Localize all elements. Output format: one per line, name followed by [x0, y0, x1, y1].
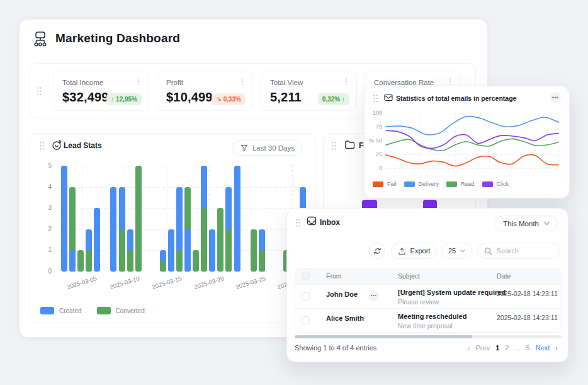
column-header-from: From	[326, 272, 342, 280]
x-axis-tick-label: 2025-03-05	[58, 272, 106, 293]
y-axis-unit-label: %	[369, 137, 374, 144]
select-all-checkbox[interactable]	[302, 272, 310, 280]
table-row[interactable]: John Doe•••[Urgent] System update requir…	[295, 284, 561, 308]
legend-swatch	[97, 307, 111, 314]
y-axis-tick-label: 75	[367, 124, 382, 130]
drag-handle-icon[interactable]	[295, 218, 301, 227]
legend-swatch	[40, 307, 54, 314]
table-row[interactable]: Alice SmithMeeting rescheduledNew time p…	[295, 308, 561, 332]
stat-card-total-income: Total Income⋮$32,499↑ 12,95%	[53, 71, 149, 111]
row-checkbox[interactable]	[302, 316, 310, 325]
stat-card-total-view: Total View⋮5,2110,32% ↑	[261, 71, 357, 111]
bar-converted	[86, 250, 92, 272]
search-input[interactable]	[497, 247, 555, 255]
legend-item-created: Created	[40, 307, 82, 314]
drag-handle-icon[interactable]	[37, 86, 42, 96]
stat-card-profit: Profit⋮$10,499↘ 0,33%	[157, 71, 253, 111]
sitemap-icon	[31, 30, 50, 49]
pagination-item-next[interactable]: Next	[536, 344, 550, 352]
bar-converted	[217, 208, 223, 272]
legend-item-delivery: Delivery	[404, 181, 439, 187]
refresh-button[interactable]	[369, 243, 385, 259]
bar-created	[61, 166, 67, 272]
folder-icon	[344, 140, 355, 149]
search-box[interactable]	[477, 243, 560, 259]
legend-item-read: Read	[446, 181, 475, 187]
stat-card-trend-badge: 0,32% ↑	[318, 93, 349, 105]
column-header-date: Date	[497, 272, 511, 280]
search-icon	[484, 247, 492, 255]
period-select-label: This Month	[503, 220, 539, 227]
row-subject-title: [Urgent] System update required	[398, 289, 506, 296]
row-checkbox[interactable]	[302, 292, 310, 301]
bar-created	[94, 208, 100, 272]
legend-label: Click	[497, 181, 509, 187]
kebab-menu-icon[interactable]: ⋮	[135, 78, 142, 85]
refresh-icon	[373, 247, 382, 255]
stat-card-value: 5,211	[270, 90, 302, 105]
pagination-item-[interactable]: ‹	[468, 344, 470, 352]
inbox-title: Inbox	[320, 218, 340, 227]
email-stats-card: Statistics of total emails in percentage…	[364, 86, 570, 198]
bar-converted	[127, 250, 133, 272]
line-series-click	[386, 130, 558, 148]
gridline	[386, 168, 558, 169]
stat-card-value: $10,499	[166, 90, 213, 105]
pagination-item-2[interactable]: 2	[505, 344, 509, 352]
kebab-menu-icon[interactable]: ⋮	[446, 78, 454, 85]
legend-item-click: Click	[482, 181, 509, 187]
stat-card-title: Total View	[270, 79, 303, 86]
y-axis-tick-label: 2	[38, 226, 52, 233]
pagination: ‹Prev12...5Next›	[468, 344, 558, 352]
legend-swatch	[482, 181, 493, 187]
gridline	[558, 113, 559, 168]
bar-converted	[160, 261, 166, 272]
pagination-item-[interactable]: ...	[514, 344, 520, 352]
row-date: 2025-02-18 14:23:11	[497, 314, 558, 321]
y-axis-tick-label: 25	[367, 151, 382, 158]
export-icon	[398, 247, 406, 255]
row-subject-preview: New time proposal	[398, 322, 466, 330]
export-button[interactable]: Export	[391, 243, 437, 259]
row-menu-button[interactable]: •••	[368, 290, 379, 301]
chevron-down-icon	[460, 250, 465, 253]
pagination-item-prev[interactable]: Prev	[476, 344, 490, 352]
y-axis-tick-label: 3	[38, 204, 52, 211]
line-series-fail	[386, 155, 558, 166]
row-from: John Doe	[326, 290, 358, 298]
export-button-label: Export	[410, 247, 431, 255]
bar-created	[110, 187, 116, 272]
y-axis-tick-label: 100	[367, 110, 382, 116]
bar-created	[209, 229, 215, 272]
stat-card-trend-badge: ↘ 0,33%	[212, 93, 246, 105]
legend-label: Delivery	[419, 181, 439, 187]
page-title: Marketing Dashboard	[55, 32, 180, 45]
pagination-item-[interactable]: ›	[555, 344, 558, 352]
scrollbar-thumb[interactable]	[295, 335, 472, 338]
row-subject-title: Meeting rescheduled	[398, 313, 466, 320]
bar-created	[168, 229, 174, 272]
row-date: 2025-02-18 14:23:11	[497, 290, 558, 297]
bar-created	[69, 250, 76, 272]
row-subject: [Urgent] System update requiredPlease re…	[398, 289, 506, 306]
horizontal-scrollbar[interactable]	[295, 335, 562, 338]
lead-stats-chart: 0123452025-03-052025-03-102025-03-152025…	[30, 134, 315, 323]
chevron-down-icon	[544, 222, 550, 226]
bar-converted	[225, 229, 232, 272]
legend-label: Fail	[387, 181, 397, 187]
page-size-select[interactable]: 25	[441, 243, 472, 259]
bar-converted	[259, 250, 265, 272]
y-axis-tick-label: 5	[38, 162, 52, 169]
legend-label: Read	[461, 181, 475, 187]
y-axis-tick-label: 1	[38, 246, 52, 253]
kebab-menu-icon[interactable]: ⋮	[239, 78, 246, 85]
gridline	[57, 166, 311, 166]
period-select[interactable]: This Month	[495, 215, 558, 231]
drag-handle-icon[interactable]	[331, 141, 337, 151]
bar-converted	[251, 229, 257, 272]
kebab-menu-icon[interactable]: ⋮	[342, 78, 350, 85]
lead-stats-legend: CreatedConverted	[40, 307, 145, 314]
pagination-item-5[interactable]: 5	[526, 344, 530, 352]
pagination-item-1[interactable]: 1	[495, 344, 499, 352]
legend-label: Converted	[116, 307, 145, 314]
